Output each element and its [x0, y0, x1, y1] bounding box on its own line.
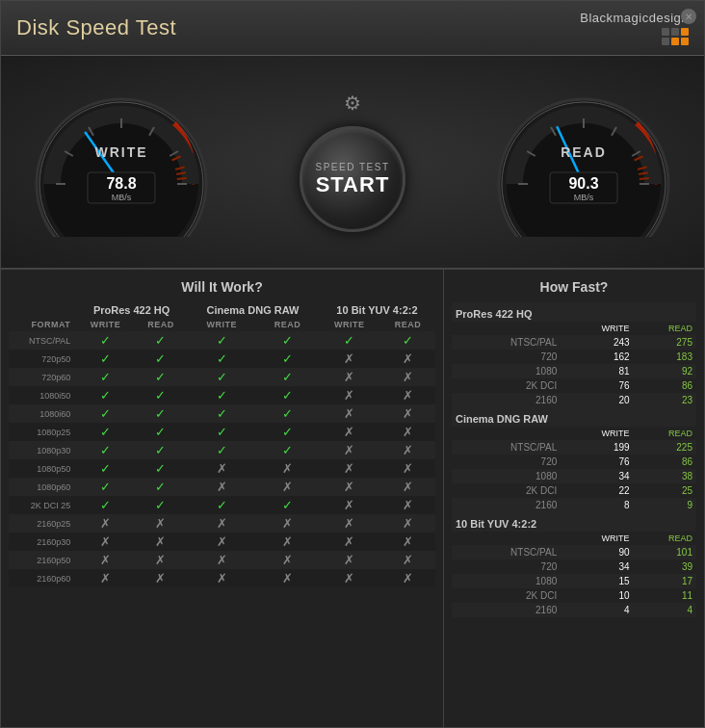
- check-cell: ✗: [380, 368, 435, 386]
- format-cell: 2K DCI 25: [9, 496, 76, 514]
- row-label-cell: 2160: [452, 498, 562, 512]
- cross-icon: ✗: [403, 425, 413, 439]
- check-cell: ✗: [76, 551, 135, 569]
- table-row: 720p60✓✓✓✓✗✗: [9, 368, 435, 386]
- prores-write-header: WRITE: [76, 318, 135, 331]
- check-cell: ✗: [319, 350, 380, 368]
- check-cell: ✓: [256, 404, 319, 423]
- check-cell: ✓: [187, 350, 256, 368]
- check-icon: ✓: [100, 443, 111, 457]
- row-label-cell: NTSC/PAL: [452, 440, 562, 455]
- read-value-cell: 183: [634, 350, 696, 364]
- brand-sq-4: [662, 38, 669, 45]
- check-cell: ✗: [319, 386, 380, 404]
- check-icon: ✓: [282, 443, 293, 457]
- read-value-cell: 11: [634, 588, 696, 603]
- check-cell: ✓: [256, 368, 319, 386]
- read-unit: MB/s: [574, 193, 594, 202]
- col-header-row: WRITEREAD: [452, 532, 696, 545]
- table-row: 1080p30✓✓✓✓✗✗: [9, 441, 435, 459]
- start-button[interactable]: SPEED TEST START: [300, 126, 405, 232]
- how-fast-row: 10803438: [452, 469, 696, 483]
- check-cell: ✗: [187, 514, 256, 533]
- data-section: Will It Work? ProRes 422 HQ Cinema DNG R…: [1, 268, 704, 727]
- table-row: 1080p50✓✓✗✗✗✗: [9, 459, 435, 478]
- cross-icon: ✗: [155, 571, 166, 585]
- check-icon: ✓: [100, 406, 111, 421]
- close-button[interactable]: ✕: [681, 9, 696, 24]
- format-cell: 2160p50: [9, 551, 76, 569]
- check-icon: ✓: [100, 425, 111, 439]
- check-cell: ✗: [319, 514, 380, 533]
- read-value-cell: 39: [634, 559, 696, 574]
- cross-icon: ✗: [282, 516, 293, 531]
- check-cell: ✗: [319, 551, 380, 569]
- check-icon: ✓: [155, 333, 166, 348]
- svg-line-30: [640, 178, 649, 179]
- read-value-cell: 4: [634, 603, 696, 617]
- section-header-cell: ProRes 422 HQ: [452, 302, 696, 322]
- check-icon: ✓: [100, 480, 111, 494]
- check-icon: ✓: [217, 333, 227, 348]
- how-fast-row: 10801517: [452, 574, 696, 588]
- write-gauge: WRITE 78.8 MB/s: [30, 88, 213, 237]
- how-fast-row: 720162183: [452, 350, 696, 364]
- will-it-work-table: ProRes 422 HQ Cinema DNG RAW 10 Bit YUV …: [9, 302, 435, 587]
- check-cell: ✗: [76, 569, 135, 587]
- yuv-read-header: READ: [380, 318, 435, 331]
- check-cell: ✗: [319, 423, 380, 441]
- check-cell: ✓: [135, 350, 187, 368]
- format-cell: 1080i50: [9, 386, 76, 404]
- row-label-cell: 2160: [452, 603, 562, 617]
- cross-icon: ✗: [282, 534, 293, 549]
- format-cell: 2160p30: [9, 533, 76, 551]
- check-icon: ✓: [344, 333, 354, 348]
- row-label-cell: 1080: [452, 364, 562, 378]
- check-icon: ✓: [217, 406, 227, 421]
- check-cell: ✓: [135, 368, 187, 386]
- how-fast-row: NTSC/PAL90101: [452, 545, 696, 559]
- yuv-write-header: WRITE: [319, 318, 380, 331]
- brand-sq-1: [662, 28, 669, 36]
- cross-icon: ✗: [344, 406, 354, 421]
- check-cell: ✗: [380, 423, 435, 441]
- check-cell: ✗: [380, 404, 435, 423]
- cross-icon: ✗: [155, 516, 166, 531]
- read-value-cell: 92: [634, 364, 696, 378]
- cross-icon: ✗: [344, 370, 354, 384]
- section-header-row: 10 Bit YUV 4:2:2: [452, 512, 696, 532]
- format-cell: NTSC/PAL: [9, 331, 76, 350]
- start-btn-main-label: START: [316, 172, 390, 197]
- check-cell: ✓: [135, 478, 187, 496]
- will-it-work-title: Will It Work?: [9, 279, 435, 295]
- cross-icon: ✗: [217, 571, 227, 585]
- settings-button[interactable]: ⚙: [344, 91, 361, 115]
- cdng-write-header: WRITE: [187, 318, 256, 331]
- check-cell: ✓: [76, 350, 135, 368]
- row-label-cell: 1080: [452, 574, 562, 588]
- table-row: 1080i60✓✓✓✓✗✗: [9, 404, 435, 423]
- table-header-row-1: ProRes 422 HQ Cinema DNG RAW 10 Bit YUV …: [9, 302, 435, 318]
- format-cell: 1080p30: [9, 441, 76, 459]
- check-icon: ✓: [282, 498, 293, 512]
- how-fast-content: ProRes 422 HQWRITEREADNTSC/PAL2432757201…: [452, 302, 696, 617]
- table-row: 1080p25✓✓✓✓✗✗: [9, 423, 435, 441]
- cross-icon: ✗: [344, 388, 354, 403]
- col-header-row: WRITEREAD: [452, 427, 696, 440]
- write-value-cell: 162: [562, 350, 633, 364]
- cross-icon: ✗: [344, 571, 354, 585]
- cdng-read-header: READ: [256, 318, 319, 331]
- read-value: 90.3: [568, 175, 598, 192]
- table-row: 2K DCI 25✓✓✓✓✗✗: [9, 496, 435, 514]
- check-cell: ✗: [380, 386, 435, 404]
- how-fast-row: NTSC/PAL199225: [452, 440, 696, 455]
- how-fast-row: 216044: [452, 603, 696, 617]
- row-label-cell: 2160: [452, 393, 562, 407]
- format-cell: 1080i60: [9, 404, 76, 423]
- how-fast-row: 7203439: [452, 559, 696, 574]
- check-icon: ✓: [217, 498, 227, 512]
- cross-icon: ✗: [217, 461, 227, 476]
- brand-logo: Blackmagicdesign: [580, 11, 689, 45]
- check-cell: ✓: [256, 350, 319, 368]
- write-value-cell: 243: [562, 335, 633, 350]
